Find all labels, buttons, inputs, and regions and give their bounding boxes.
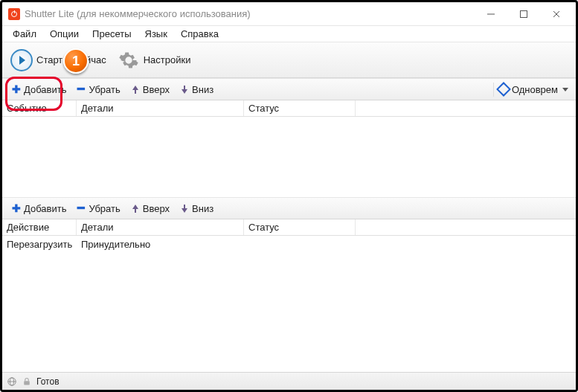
minus-icon: ━ xyxy=(77,85,86,94)
menu-help[interactable]: Справка xyxy=(175,27,225,41)
events-col-event[interactable]: Событие xyxy=(2,100,77,116)
events-up-button[interactable]: Вверх xyxy=(126,82,175,97)
globe-icon[interactable] xyxy=(7,376,17,387)
events-add-button[interactable]: ✚ Добавить xyxy=(7,82,71,97)
svg-rect-1 xyxy=(521,10,527,17)
menubar: Файл Опции Пресеты Язык Справка xyxy=(2,26,576,42)
maximize-button[interactable] xyxy=(507,3,540,25)
settings-button[interactable]: Настройки xyxy=(112,45,196,75)
events-remove-label: Убрать xyxy=(89,84,120,95)
menu-presets[interactable]: Пресеты xyxy=(86,27,137,41)
actions-header: Действие Детали Статус xyxy=(2,219,576,236)
plus-icon: ✚ xyxy=(12,85,21,94)
menu-options[interactable]: Опции xyxy=(44,27,85,41)
actions-col-spare[interactable] xyxy=(356,219,576,235)
actions-col-status[interactable]: Статус xyxy=(244,219,356,235)
svg-rect-7 xyxy=(24,381,30,385)
app-icon xyxy=(8,8,20,20)
start-label: Старт xyxy=(36,54,62,65)
actions-remove-button[interactable]: ━ Убрать xyxy=(71,201,125,216)
table-row[interactable]: Перезагрузить Принудительно xyxy=(2,236,576,252)
actions-add-label: Добавить xyxy=(24,203,66,214)
actions-pane: Действие Детали Статус Перезагрузить При… xyxy=(2,219,576,372)
statusbar: Готов xyxy=(2,372,576,390)
app-window: Shutter Lite (для некоммерческого исполь… xyxy=(0,0,578,392)
window-title: Shutter Lite (для некоммерческого исполь… xyxy=(25,8,251,19)
events-col-status[interactable]: Статус xyxy=(244,100,356,116)
mode-label: Одноврем xyxy=(512,84,558,95)
settings-label: Настройки xyxy=(144,54,191,65)
titlebar: Shutter Lite (для некоммерческого исполь… xyxy=(2,2,576,26)
arrow-up-icon xyxy=(131,204,140,213)
arrow-down-icon xyxy=(180,204,189,213)
events-remove-button[interactable]: ━ Убрать xyxy=(71,82,125,97)
events-up-label: Вверх xyxy=(143,84,170,95)
play-icon xyxy=(10,48,33,72)
row-details: Принудительно xyxy=(77,237,244,251)
events-add-label: Добавить xyxy=(24,84,66,95)
plus-icon: ✚ xyxy=(12,204,21,213)
minimize-button[interactable] xyxy=(475,3,507,25)
menu-language[interactable]: Язык xyxy=(139,27,173,41)
actions-down-button[interactable]: Вниз xyxy=(175,201,219,216)
events-col-details[interactable]: Детали xyxy=(77,100,244,116)
row-action: Перезагрузить xyxy=(2,237,77,251)
events-pane: Событие Детали Статус xyxy=(2,100,576,197)
now-label: Сейчас xyxy=(73,54,106,65)
events-subbar: ✚ Добавить ━ Убрать Вверх Вниз Одноврем xyxy=(2,78,576,100)
events-col-spare[interactable] xyxy=(356,100,576,116)
actions-down-label: Вниз xyxy=(192,203,213,214)
lock-icon[interactable] xyxy=(22,376,32,387)
actions-col-details[interactable]: Детали xyxy=(77,219,244,235)
close-button[interactable] xyxy=(540,3,573,25)
status-text: Готов xyxy=(36,376,60,387)
actions-remove-label: Убрать xyxy=(89,203,120,214)
actions-body[interactable]: Перезагрузить Принудительно xyxy=(2,236,576,372)
arrow-down-icon xyxy=(180,85,189,94)
events-down-button[interactable]: Вниз xyxy=(175,82,219,97)
diamond-icon xyxy=(496,82,511,97)
events-body[interactable] xyxy=(2,117,576,197)
minus-icon: ━ xyxy=(77,204,86,213)
main-toolbar: Старт Сейчас Настройки xyxy=(2,42,576,78)
actions-up-button[interactable]: Вверх xyxy=(126,201,175,216)
menu-file[interactable]: Файл xyxy=(7,27,42,41)
actions-subbar: ✚ Добавить ━ Убрать Вверх Вниз xyxy=(2,197,576,219)
events-down-label: Вниз xyxy=(192,84,213,95)
actions-add-button[interactable]: ✚ Добавить xyxy=(7,201,71,216)
actions-up-label: Вверх xyxy=(143,203,170,214)
start-button[interactable]: Старт xyxy=(5,45,67,75)
gear-icon xyxy=(117,48,141,72)
events-header: Событие Детали Статус xyxy=(2,100,576,117)
row-status xyxy=(244,242,356,245)
mode-combo[interactable]: Одноврем xyxy=(493,83,571,97)
arrow-up-icon xyxy=(131,85,140,94)
now-button[interactable]: Сейчас xyxy=(68,51,110,68)
chevron-down-icon xyxy=(562,88,568,91)
actions-col-action[interactable]: Действие xyxy=(2,219,77,235)
